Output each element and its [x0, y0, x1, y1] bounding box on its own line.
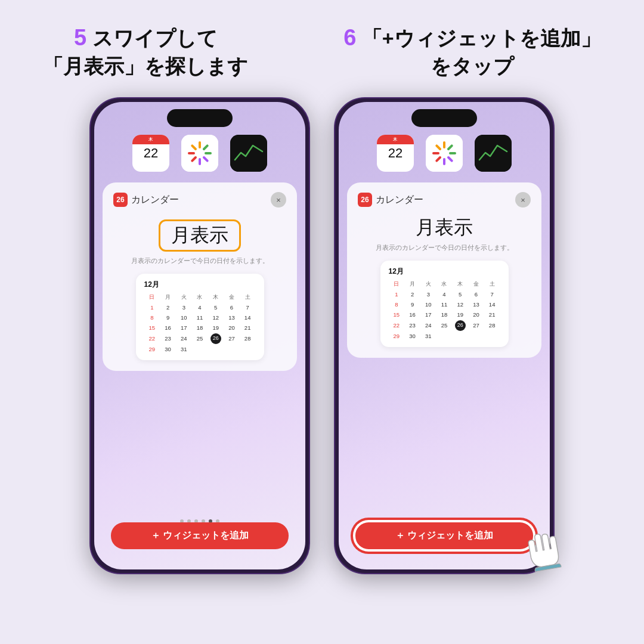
step6-number: 6 [343, 25, 356, 50]
add-widget-btn-left[interactable]: ＋ ウィジェットを追加 [111, 522, 289, 549]
hand-cursor-icon [513, 519, 577, 590]
widget-main-label-right: 月表示 [416, 216, 473, 238]
widget-panel-left: 26 カレンダー × 月表示 月表示のカレンダーで今日の日付を示します。 12月… [103, 182, 297, 371]
widget-subtitle-left: 月表示のカレンダーで今日の日付を示します。 [113, 256, 286, 265]
cal-grid-right: 日 月 火 水 木 金 土 1 2 3 4 5 [389, 279, 500, 341]
photos-app-icon-left [181, 135, 218, 172]
add-widget-btn-right[interactable]: ＋ ウィジェットを追加 [355, 522, 533, 549]
svg-rect-9 [230, 135, 267, 172]
widget-title-right: カレンダー [376, 194, 423, 206]
calendar-app-icon-right: 木 22 [377, 135, 414, 172]
widget-header-right: 26 カレンダー × [358, 192, 531, 208]
today-cell-right: 26 [455, 320, 466, 331]
widget-header-left: 26 カレンダー × [113, 192, 286, 208]
svg-rect-19 [475, 135, 512, 172]
widget-main-label-left: 月表示 [159, 219, 241, 252]
photos-app-icon-right [426, 135, 463, 172]
cal-month-left: 12月 [144, 280, 256, 290]
dynamic-island-left [167, 109, 233, 127]
widget-date-badge-right: 26 [358, 193, 372, 207]
cal-widget-right: 12月 日 月 火 水 木 金 土 1 2 3 [380, 261, 509, 347]
phone-left-screen: 木 22 [94, 102, 305, 569]
widget-panel-right: 26 カレンダー × 月表示 月表示のカレンダーで今日の日付を示します。 12月 [347, 182, 541, 358]
svg-rect-0 [181, 135, 218, 172]
stocks-icon-svg [230, 135, 267, 172]
phone-right: 木 22 [334, 97, 555, 574]
today-cell-left: 26 [210, 333, 221, 344]
svg-rect-10 [426, 135, 463, 172]
dynamic-island-right [411, 109, 477, 127]
phone-right-wrapper: 木 22 [334, 97, 555, 574]
widget-title-left: カレンダー [131, 194, 179, 206]
widget-date-badge-left: 26 [113, 193, 128, 207]
photos-icon-svg-right [426, 135, 463, 172]
photos-icon-svg [181, 135, 218, 172]
step6-label: 6 「+ウィジェットを追加」 をタップ [343, 23, 600, 80]
cal-grid-left: 日 月 火 水 木 金 土 1 2 3 4 5 6 [144, 292, 256, 354]
cal-month-right: 12月 [389, 267, 500, 277]
phone-right-screen: 木 22 [339, 102, 550, 569]
widget-close-right[interactable]: × [515, 192, 531, 208]
phone-left: 木 22 [89, 97, 310, 574]
stocks-app-icon-right [475, 135, 512, 172]
stocks-icon-svg-right [475, 135, 512, 172]
page: 5 スワイプして 「月表示」を探します 6 「+ウィジェットを追加」 をタップ … [0, 0, 644, 644]
widget-close-left[interactable]: × [271, 192, 286, 208]
step5-number: 5 [74, 25, 86, 50]
calendar-app-icon-left: 木 22 [132, 135, 169, 172]
hand-svg [513, 519, 575, 581]
top-icons-right: 木 22 [339, 135, 550, 172]
header-row: 5 スワイプして 「月表示」を探します 6 「+ウィジェットを追加」 をタップ [0, 0, 644, 91]
widget-subtitle-right: 月表示のカレンダーで今日の日付を示します。 [358, 243, 531, 252]
stocks-app-icon-left [230, 135, 267, 172]
top-icons-left: 木 22 [94, 135, 305, 172]
cal-widget-left: 12月 日 月 火 水 木 金 土 1 2 3 4 [136, 274, 264, 360]
step5-label: 5 スワイプして 「月表示」を探します [43, 23, 248, 80]
phones-row: 木 22 [89, 97, 555, 574]
